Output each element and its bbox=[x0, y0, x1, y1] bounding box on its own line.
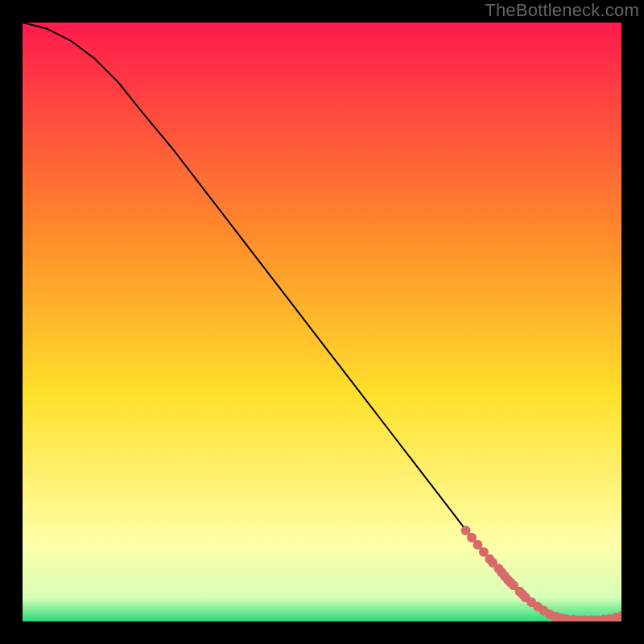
chart-svg bbox=[23, 23, 621, 621]
chart-container: TheBottleneck.com bbox=[0, 0, 644, 644]
attribution-text: TheBottleneck.com bbox=[485, 0, 639, 21]
svg-rect-0 bbox=[23, 23, 621, 621]
plot-area bbox=[23, 23, 621, 621]
